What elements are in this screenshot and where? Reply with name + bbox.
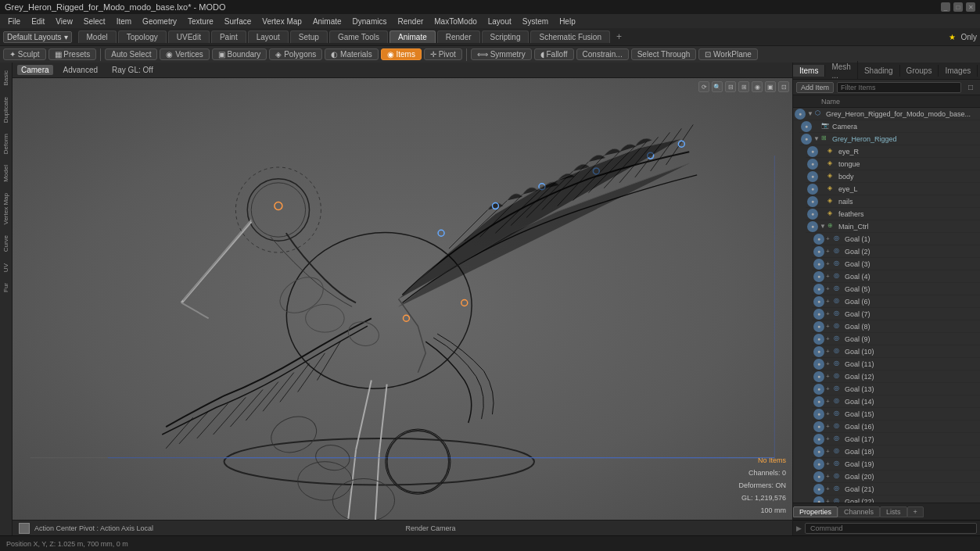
viewport-canvas[interactable]: ⟳ 🔍 ⊟ ⊞ ◉ ▣ ⊡ <box>13 78 792 520</box>
list-item[interactable]: ●+◎Goal (11) <box>812 358 980 370</box>
add-panel-tab-button[interactable]: + <box>907 506 924 517</box>
vertices-button[interactable]: ◉ Vertices <box>160 48 209 60</box>
auto-select-button[interactable]: Auto Select <box>105 48 157 60</box>
list-item[interactable]: ●+◎Goal (13) <box>812 383 980 395</box>
eye-toggle[interactable]: ● <box>795 109 806 120</box>
menu-texture[interactable]: Texture <box>183 16 218 27</box>
eye-toggle[interactable]: ● <box>813 434 824 445</box>
eye-toggle[interactable]: ● <box>801 121 812 132</box>
list-item[interactable]: ●+◎Goal (14) <box>812 395 980 408</box>
list-item[interactable]: ●+◎Goal (21) <box>812 483 980 496</box>
menu-select[interactable]: Select <box>79 16 110 27</box>
sidebar-uv[interactable]: UV <box>1 259 11 277</box>
eye-toggle[interactable]: ● <box>813 271 824 282</box>
sidebar-duplicate[interactable]: Duplicate <box>1 92 11 127</box>
title-bar-controls[interactable]: _ □ ✕ <box>941 2 975 12</box>
eye-toggle[interactable]: ● <box>813 484 824 495</box>
rp-tab-shading[interactable]: Shading <box>858 65 900 77</box>
channels-tab[interactable]: Channels <box>838 506 880 517</box>
viewport-raygl-label[interactable]: Ray GL: Off <box>108 65 157 75</box>
sidebar-curve[interactable]: Curve <box>1 231 11 256</box>
filter-items-input[interactable] <box>837 82 961 93</box>
eye-toggle[interactable]: ● <box>813 384 824 395</box>
minimize-button[interactable]: _ <box>941 2 950 12</box>
menu-geometry[interactable]: Geometry <box>138 16 181 27</box>
list-item[interactable]: ●+◎Goal (5) <box>812 283 980 295</box>
list-item[interactable]: ●+◎Goal (12) <box>812 370 980 383</box>
symmetry-button[interactable]: ⟺ Symmetry <box>471 48 532 60</box>
eye-toggle[interactable]: ● <box>813 334 824 345</box>
items-expand-button[interactable]: □ <box>964 81 977 93</box>
menu-dynamics[interactable]: Dynamics <box>348 16 392 27</box>
eye-toggle[interactable]: ● <box>807 146 818 157</box>
eye-toggle[interactable]: ● <box>813 496 824 503</box>
menu-help[interactable]: Help <box>555 16 580 27</box>
items-button[interactable]: ◉ Items <box>381 48 422 60</box>
tab-scripting[interactable]: Scripting <box>482 30 529 43</box>
tab-schematic-fusion[interactable]: Schematic Fusion <box>530 30 609 43</box>
menu-animate[interactable]: Animate <box>308 16 346 27</box>
constrain-button[interactable]: Constrain... <box>576 48 629 60</box>
menu-file[interactable]: File <box>3 16 25 27</box>
boundary-button[interactable]: ▣ Boundary <box>212 48 267 60</box>
rp-tab-mesh[interactable]: Mesh ... <box>825 61 857 81</box>
menu-render[interactable]: Render <box>393 16 428 27</box>
list-item[interactable]: ● ◈ eye_L <box>806 183 980 195</box>
eye-toggle[interactable]: ● <box>801 134 812 145</box>
sidebar-model[interactable]: Model <box>1 160 11 187</box>
list-item[interactable]: ●+◎Goal (20) <box>812 470 980 483</box>
list-item[interactable]: ●+◎Goal (22) <box>812 496 980 503</box>
close-button[interactable]: ✕ <box>966 2 975 12</box>
menu-vertex-map[interactable]: Vertex Map <box>257 16 307 27</box>
eye-toggle[interactable]: ● <box>813 321 824 332</box>
list-item[interactable]: ● ◈ tongue <box>806 158 980 170</box>
menu-surface[interactable]: Surface <box>220 16 256 27</box>
rp-tab-images[interactable]: Images <box>939 65 978 77</box>
list-item[interactable]: ●+◎Goal (9) <box>812 333 980 345</box>
eye-toggle[interactable]: ● <box>813 246 824 257</box>
tab-animate[interactable]: Animate <box>389 30 436 43</box>
eye-toggle[interactable]: ● <box>813 284 824 295</box>
sidebar-fur[interactable]: Fur <box>1 278 11 297</box>
tab-paint[interactable]: Paint <box>211 30 246 43</box>
list-item[interactable]: ●+◎Goal (1) <box>812 233 980 245</box>
eye-toggle[interactable]: ● <box>807 209 818 220</box>
list-item[interactable]: ● 📷 Camera <box>799 120 980 133</box>
list-item[interactable]: ● ◈ body <box>806 170 980 183</box>
list-item[interactable]: ● ▼ ⊕ Main_Ctrl <box>806 220 980 233</box>
tab-setup[interactable]: Setup <box>290 30 328 43</box>
menu-layout[interactable]: Layout <box>483 16 516 27</box>
add-layout-tab-button[interactable]: + <box>612 30 626 44</box>
polygons-button[interactable]: ◈ Polygons <box>269 48 322 60</box>
list-item[interactable]: ●+◎Goal (19) <box>812 458 980 470</box>
sidebar-vertex-map[interactable]: Vertex Map <box>1 188 11 229</box>
eye-toggle[interactable]: ● <box>813 421 824 432</box>
list-item[interactable]: ● ◈ eye_R <box>806 145 980 158</box>
select-through-button[interactable]: Select Through <box>631 48 697 60</box>
list-item[interactable]: ●+◎Goal (2) <box>812 245 980 258</box>
tab-topology[interactable]: Topology <box>118 30 167 43</box>
list-item[interactable]: ●+◎Goal (16) <box>812 420 980 433</box>
falloff-button[interactable]: ◖ Falloff <box>534 48 574 60</box>
star-icon[interactable]: ★ <box>949 33 956 41</box>
list-item[interactable]: ●+◎Goal (7) <box>812 308 980 320</box>
layout-dropdown[interactable]: Default Layouts ▾ <box>3 31 72 43</box>
viewport-camera-label[interactable]: Camera <box>17 65 53 75</box>
pivot-button[interactable]: ✛ Pivot <box>424 48 462 60</box>
tab-uvedit[interactable]: UVEdit <box>168 30 210 43</box>
eye-toggle[interactable]: ● <box>813 234 824 245</box>
list-item[interactable]: ●+◎Goal (8) <box>812 320 980 333</box>
list-item[interactable]: ● ▼ ⊞ Grey_Heron_Rigged <box>799 133 980 145</box>
tab-layout[interactable]: Layout <box>248 30 289 43</box>
list-item[interactable]: ●+◎Goal (10) <box>812 345 980 358</box>
lists-tab[interactable]: Lists <box>880 506 907 517</box>
eye-toggle[interactable]: ● <box>807 159 818 170</box>
list-item[interactable]: ● ◈ nails <box>806 195 980 208</box>
eye-toggle[interactable]: ● <box>813 259 824 270</box>
eye-toggle[interactable]: ● <box>813 459 824 470</box>
sidebar-deform[interactable]: Deform <box>1 129 11 159</box>
workplane-button[interactable]: ⊡ WorkPlane <box>698 48 758 60</box>
properties-tab[interactable]: Properties <box>793 506 838 517</box>
command-input[interactable] <box>805 523 977 534</box>
tab-render[interactable]: Render <box>437 30 480 43</box>
